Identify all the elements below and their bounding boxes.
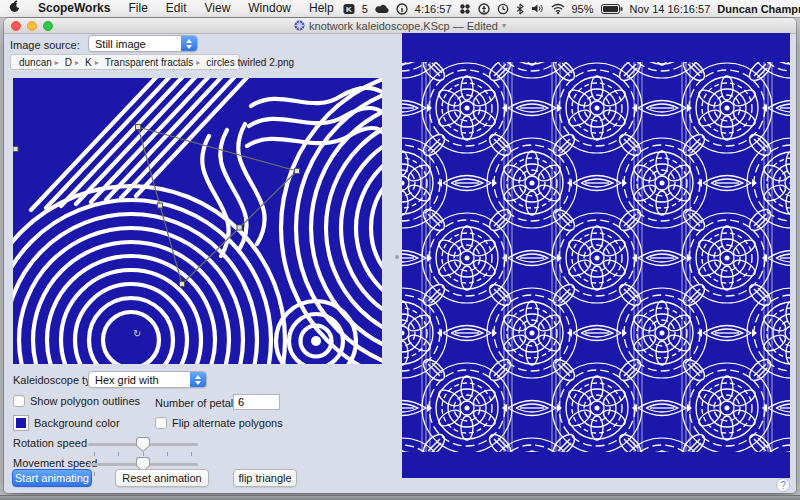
popup-stepper-icon: [181, 36, 197, 51]
status-timer[interactable]: 4:16:57: [415, 3, 452, 15]
document-icon: [294, 20, 305, 31]
battery-icon[interactable]: [601, 4, 623, 14]
title-chevron-icon[interactable]: ▾: [502, 21, 506, 30]
accessibility-icon[interactable]: [478, 3, 490, 15]
breadcrumb-separator: ▸: [95, 58, 99, 67]
breadcrumb-separator: ▸: [75, 58, 79, 67]
rotation-speed-thumb[interactable]: [136, 437, 150, 452]
triangle-handle[interactable]: [136, 125, 141, 130]
menu-window[interactable]: Window: [239, 0, 300, 17]
flip-triangle-button[interactable]: flip triangle: [233, 469, 297, 487]
apple-menu[interactable]: [0, 0, 29, 18]
breadcrumb-item-folder[interactable]: Transparent fractals: [105, 57, 194, 68]
battery-percent: 95%: [572, 3, 594, 15]
volume-icon[interactable]: [531, 3, 544, 14]
kaleidoscope-type-value: Hex grid with reflection: [89, 372, 190, 387]
rotation-speed-slider[interactable]: [88, 435, 198, 457]
apple-icon: [9, 0, 20, 13]
background-color-label: Background color: [34, 417, 120, 429]
menu-bar: ScopeWorks File Edit View Window Help K …: [0, 0, 800, 18]
menu-help[interactable]: Help: [300, 0, 343, 17]
info-circle-icon[interactable]: [396, 3, 408, 15]
wifi-icon[interactable]: [551, 3, 565, 14]
kaleidoscope-type-popup[interactable]: Hex grid with reflection: [88, 371, 207, 388]
triangle-handle[interactable]: [295, 169, 300, 174]
number-of-petals-field[interactable]: [233, 394, 280, 410]
breadcrumb-separator: ▸: [55, 58, 59, 67]
flip-alternate-polygons-checkbox[interactable]: [155, 417, 167, 429]
screen: ScopeWorks File Edit View Window Help K …: [0, 0, 800, 500]
breadcrumb-item-k[interactable]: K: [85, 57, 92, 68]
image-source-value: Still image: [89, 36, 181, 51]
rotate-handle-icon[interactable]: ↻: [133, 328, 141, 339]
triangle-handle[interactable]: [13, 147, 18, 152]
source-image-panel[interactable]: ↻: [13, 78, 382, 364]
triangle-handle[interactable]: [158, 203, 163, 208]
image-source-popup[interactable]: Still image: [88, 35, 198, 52]
bluetooth-icon[interactable]: [516, 3, 524, 15]
user-menu[interactable]: Duncan Champney: [717, 3, 800, 15]
breadcrumb-item-d[interactable]: D: [65, 57, 72, 68]
breadcrumb-separator: ▸: [196, 58, 200, 67]
menu-edit[interactable]: Edit: [157, 0, 196, 17]
splitter-handle[interactable]: [395, 255, 399, 259]
reset-animation-button[interactable]: Reset animation: [115, 469, 209, 487]
swarm-icon[interactable]: [459, 3, 471, 15]
breadcrumb: duncan ▸ D ▸ K ▸ Transparent fractals ▸ …: [10, 54, 240, 70]
menu-file[interactable]: File: [119, 0, 156, 17]
title-bar[interactable]: knotwork kaleidoscope.KScp — Edited ▾: [4, 18, 796, 34]
rotation-speed-label: Rotation speed: [13, 437, 87, 449]
background-window-edge: [0, 495, 800, 500]
breadcrumb-item-duncan[interactable]: duncan: [19, 57, 52, 68]
target-center-dot: [311, 336, 321, 346]
time-machine-icon[interactable]: [497, 3, 509, 15]
image-source-label: Image source:: [10, 39, 80, 51]
menu-app-name[interactable]: ScopeWorks: [29, 0, 119, 17]
kaleidoscope-output-panel[interactable]: [402, 33, 790, 478]
keyboard-maestro-icon[interactable]: K: [343, 3, 355, 15]
cloud-icon[interactable]: [375, 4, 389, 14]
background-color-well[interactable]: [13, 415, 29, 431]
help-button[interactable]: ?: [776, 478, 790, 492]
window-title: knotwork kaleidoscope.KScp — Edited: [309, 20, 498, 32]
popup-stepper-icon: [190, 372, 206, 387]
breadcrumb-item-file[interactable]: circles twirled 2.png: [206, 57, 294, 68]
show-polygon-outlines-label: Show polygon outlines: [30, 395, 140, 407]
background-color-swatch: [16, 418, 26, 428]
menu-clock[interactable]: Nov 14 16:16:57: [630, 3, 711, 15]
start-animating-button[interactable]: Start animating: [12, 469, 92, 487]
movement-speed-label: Movement speed: [13, 457, 97, 469]
svg-text:K: K: [346, 5, 352, 14]
show-polygon-outlines-checkbox[interactable]: [13, 395, 25, 407]
menu-view[interactable]: View: [196, 0, 240, 17]
flip-alternate-polygons-label: Flip alternate polygons: [172, 417, 283, 429]
keyboard-maestro-count: 5: [362, 3, 368, 15]
number-of-petals-label: Number of petals: [155, 397, 239, 409]
scopeworks-window: knotwork kaleidoscope.KScp — Edited ▾ Im…: [4, 18, 796, 493]
triangle-handle[interactable]: [180, 282, 185, 287]
triangle-handle[interactable]: [237, 225, 242, 230]
